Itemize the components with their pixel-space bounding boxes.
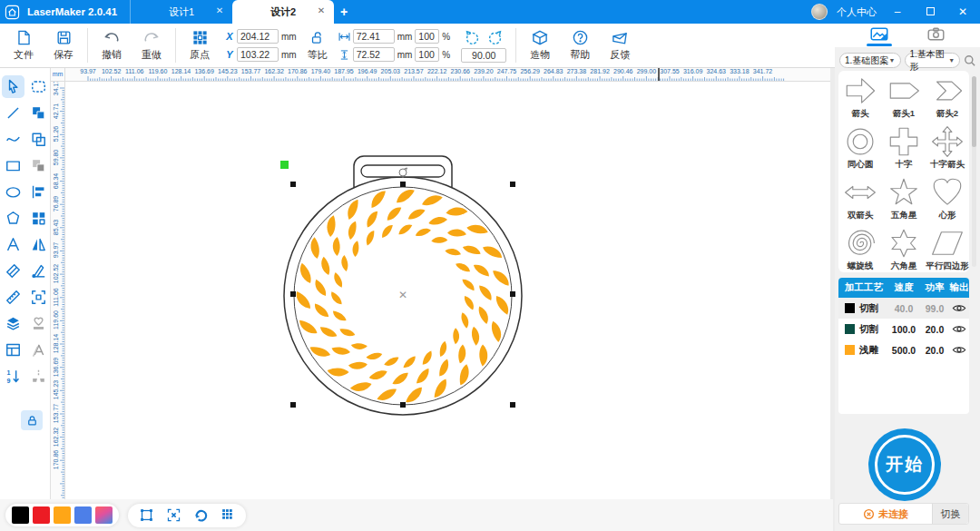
expand-frame-tool[interactable] (27, 286, 50, 309)
eraser-tool[interactable] (2, 260, 24, 282)
color-swatch[interactable] (12, 506, 29, 524)
y-position-field[interactable]: 103.22 (237, 47, 279, 62)
selection-handle[interactable] (290, 402, 296, 408)
pattern-category-dropdown[interactable]: 1.基础图案▼ (839, 53, 901, 68)
lock-tool-button[interactable] (21, 410, 43, 430)
rotate-handle-icon[interactable] (397, 167, 408, 178)
height-percent-field[interactable]: 100 (415, 47, 439, 62)
shape-category-dropdown[interactable]: 1.基本图形▼ (905, 53, 961, 68)
disconnected-icon (863, 508, 875, 520)
shape-item-heart[interactable]: 心形 (926, 172, 969, 223)
layers-tool[interactable] (2, 312, 24, 335)
output-visibility-toggle[interactable] (949, 324, 969, 334)
rotation-angle-field[interactable]: 90.00 (461, 48, 506, 63)
avatar[interactable] (811, 4, 828, 20)
transform-frame-icon[interactable] (134, 506, 158, 525)
create-button[interactable]: 造物 (520, 29, 560, 62)
tab-design1[interactable]: 设计1 ✕ (131, 0, 232, 24)
shape-item-concentric[interactable]: 同心圆 (838, 122, 882, 172)
tab-pattern-library[interactable] (864, 24, 895, 46)
medal-design[interactable] (65, 82, 830, 499)
x-position-field[interactable]: 204.12 (237, 29, 279, 44)
shape-item-cross-arrows[interactable]: 十字箭头 (926, 122, 969, 172)
shape-item-double-arrow[interactable]: 双箭头 (838, 172, 882, 223)
sort-tool[interactable]: 19 (2, 365, 24, 388)
shape-item-arrow2[interactable]: 箭头2 (926, 71, 969, 122)
shape-item-cross[interactable]: 十字 (882, 122, 926, 172)
mirror-tool[interactable] (27, 233, 50, 256)
color-swatch[interactable] (33, 506, 50, 524)
start-button[interactable]: 开始 (868, 428, 941, 501)
node-edit-tool[interactable] (27, 260, 50, 282)
origin-button[interactable]: 原点 (180, 29, 220, 62)
curve-tool[interactable] (2, 128, 24, 151)
selection-handle[interactable] (290, 291, 296, 297)
height-field[interactable]: 72.52 (353, 47, 395, 62)
lock-ratio-button[interactable]: 等比 (302, 29, 333, 62)
feedback-button[interactable]: 反馈 (600, 29, 640, 62)
color-swatch[interactable] (54, 506, 71, 524)
color-swatch-gradient[interactable] (95, 506, 113, 524)
process-row[interactable]: 切割40.099.0 (838, 298, 969, 319)
selection-handle[interactable] (290, 182, 296, 187)
user-center-link[interactable]: 个人中心 (837, 5, 877, 19)
weld-tool[interactable] (27, 102, 50, 124)
shape-item-arrow[interactable]: 箭头 (838, 71, 882, 122)
shape-item-parallelogram[interactable]: 平行四边形 (926, 223, 969, 272)
selection-handle[interactable] (400, 402, 406, 408)
titlebar: LaserMaker 2.0.41 设计1 ✕ 设计2 ✕ + 个人中心 – ✕ (0, 0, 980, 24)
search-icon[interactable] (964, 54, 976, 67)
shape-library: 箭头箭头1箭头2同心圆十字十字箭头双箭头五角星心形螺旋线六角星平行四边形 (838, 71, 969, 272)
color-swatch[interactable] (74, 506, 92, 524)
tab-design2[interactable]: 设计2 ✕ (232, 0, 334, 24)
marquee-select-tool[interactable] (27, 75, 50, 98)
output-visibility-toggle[interactable] (949, 303, 969, 313)
width-field[interactable]: 72.41 (353, 29, 395, 44)
minimize-button[interactable]: – (886, 5, 909, 18)
shape-item-spiral[interactable]: 螺旋线 (838, 223, 882, 272)
process-row[interactable]: 切割100.020.0 (838, 319, 969, 339)
measure-tool[interactable] (2, 286, 24, 309)
design-canvas[interactable]: ✕ (65, 82, 830, 499)
home-icon[interactable] (0, 5, 24, 20)
rectangle-tool[interactable] (2, 154, 24, 177)
switch-device-button[interactable]: 切换 (932, 504, 968, 524)
reset-rotate-icon[interactable] (189, 506, 212, 525)
text-tool[interactable] (2, 233, 24, 256)
redo-button[interactable]: 重做 (132, 29, 172, 62)
scrollbar[interactable] (972, 76, 976, 267)
selection-handle[interactable] (400, 182, 406, 187)
ruler-label: 333.18 (730, 68, 749, 74)
array-tool[interactable] (27, 207, 50, 230)
close-tab-icon[interactable]: ✕ (318, 5, 325, 15)
selection-handle[interactable] (510, 291, 515, 297)
selection-handle[interactable] (510, 402, 515, 408)
duplicate-tool[interactable] (27, 128, 50, 151)
shape-item-arrow1[interactable]: 箭头1 (882, 71, 926, 122)
line-tool[interactable] (2, 102, 24, 124)
maximize-button[interactable] (918, 5, 942, 18)
new-tab-button[interactable]: + (334, 5, 354, 19)
help-button[interactable]: 帮助 (560, 29, 600, 62)
shape-item-star5[interactable]: 五角星 (882, 172, 926, 223)
align-tool[interactable] (27, 181, 50, 203)
process-row[interactable]: 浅雕500.020.0 (838, 339, 969, 360)
width-percent-field[interactable]: 100 (415, 29, 439, 44)
undo-button[interactable]: 撤销 (92, 29, 132, 62)
selection-handle[interactable] (510, 182, 515, 187)
rotate-cw-icon[interactable] (486, 29, 504, 46)
close-button[interactable]: ✕ (951, 5, 975, 18)
fit-view-icon[interactable] (162, 506, 185, 525)
shape-item-star6[interactable]: 六角星 (882, 223, 926, 272)
save-button[interactable]: 保存 (44, 29, 83, 62)
rotate-ccw-icon[interactable] (464, 29, 481, 46)
tab-camera-capture[interactable] (920, 24, 951, 46)
ellipse-tool[interactable] (2, 181, 24, 203)
select-tool[interactable] (2, 75, 24, 98)
layout-tool[interactable] (2, 339, 24, 361)
close-tab-icon[interactable]: ✕ (216, 5, 223, 15)
output-visibility-toggle[interactable] (949, 345, 969, 355)
polygon-tool[interactable] (2, 207, 24, 230)
file-button[interactable]: 文件 (4, 29, 44, 62)
grid-icon[interactable] (216, 506, 240, 525)
